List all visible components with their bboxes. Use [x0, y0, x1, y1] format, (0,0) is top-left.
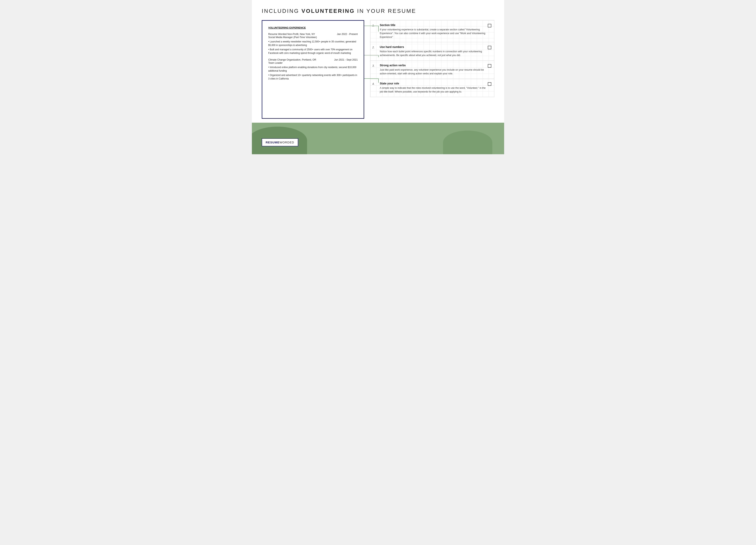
resume-entry-2: Climate Change Organization, Portland, O…: [268, 58, 358, 80]
title-bold: VOLUNTEERING: [302, 8, 355, 14]
tips-panel: 1. Section title If your volunteering ex…: [370, 20, 494, 97]
resume-entry-1-bullet-2: • Built and managed a community of 2500+…: [268, 48, 358, 55]
resume-entry-2-date: Jun 2021 - Sept 2021: [334, 58, 358, 61]
tip-item-2: 2. Use hard numbers Notice how each bull…: [370, 42, 494, 61]
resume-entry-1: Resume Worded Non-Profit, New York, NY J…: [268, 33, 358, 55]
tip-1-description: If your volunteering experience is subst…: [380, 28, 486, 39]
tip-4-number: 4.: [372, 82, 378, 85]
resume-panel: VOLUNTEERING EXPERIENCE Resume Worded No…: [262, 20, 364, 119]
tip-4-description: A simple way to indicate that the roles …: [380, 86, 486, 94]
logo-resume-text: RESUME: [266, 141, 279, 144]
tip-2-title: Use hard numbers: [380, 45, 486, 48]
tip-2-description: Notice how each bullet point references …: [380, 50, 486, 57]
bottom-area: RESUME WORDED: [252, 123, 504, 154]
resume-entry-1-org: Resume Worded Non-Profit, New York, NY: [268, 33, 315, 35]
tip-4-title: State your role: [380, 82, 486, 85]
hill-right: [443, 130, 492, 154]
tip-3-checkbox[interactable]: [488, 64, 491, 68]
page-title: INCLUDING VOLUNTEERING IN YOUR RESUME: [262, 8, 494, 14]
resume-entry-2-org: Climate Change Organization, Portland, O…: [268, 58, 316, 61]
resume-entry-1-header: Resume Worded Non-Profit, New York, NY J…: [268, 33, 358, 35]
resume-entry-2-bullet-2: • Organized and advertised 10+ quarterly…: [268, 73, 358, 80]
tip-3-number: 3.: [372, 64, 378, 67]
tip-4-content: State your role A simple way to indicate…: [380, 82, 486, 94]
resume-entry-2-bullet-1: • Introduced online platform enabling do…: [268, 65, 358, 73]
logo-worded-text: WORDED: [279, 141, 294, 144]
resume-entry-1-role: Social Media Manager (Part-Time Voluntee…: [268, 36, 358, 39]
resume-entry-2-header: Climate Change Organization, Portland, O…: [268, 58, 358, 61]
main-content: INCLUDING VOLUNTEERING IN YOUR RESUME VO…: [252, 0, 504, 123]
tip-1-title: Section title: [380, 23, 486, 27]
resume-entry-2-role: Team Leader: [268, 62, 358, 64]
tip-item-4: 4. State your role A simple way to indic…: [370, 79, 494, 97]
tip-2-number: 2.: [372, 45, 378, 49]
resume-section-title: VOLUNTEERING EXPERIENCE: [268, 26, 358, 29]
tip-1-content: Section title If your volunteering exper…: [380, 23, 486, 39]
tip-1-checkbox[interactable]: [488, 24, 491, 27]
resume-entry-1-bullet-1: • Launched a weekly newsletter reaching …: [268, 40, 358, 47]
tip-1-number: 1.: [372, 23, 378, 27]
tip-3-description: Just like paid work experience, any volu…: [380, 68, 486, 76]
content-area: VOLUNTEERING EXPERIENCE Resume Worded No…: [262, 20, 494, 119]
title-suffix: IN YOUR RESUME: [355, 8, 416, 14]
tip-item-3: 3. Strong action verbs Just like paid wo…: [370, 61, 494, 79]
resume-entry-1-date: Jan 2022 - Present: [337, 33, 358, 35]
logo-box: RESUME WORDED: [262, 138, 298, 146]
tip-3-title: Strong action verbs: [380, 64, 486, 67]
tip-2-checkbox[interactable]: [488, 46, 491, 49]
page-wrapper: INCLUDING VOLUNTEERING IN YOUR RESUME VO…: [252, 0, 504, 154]
tip-3-content: Strong action verbs Just like paid work …: [380, 64, 486, 76]
resume-section-header: VOLUNTEERING EXPERIENCE: [268, 26, 358, 29]
title-plain: INCLUDING: [262, 8, 302, 14]
tip-4-checkbox[interactable]: [488, 82, 491, 86]
tip-item-1: 1. Section title If your volunteering ex…: [370, 20, 494, 42]
tip-2-content: Use hard numbers Notice how each bullet …: [380, 45, 486, 57]
